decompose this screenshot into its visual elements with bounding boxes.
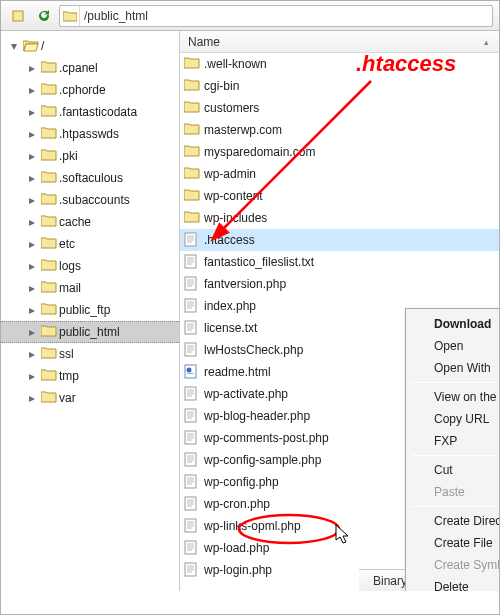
file-row[interactable]: customers	[180, 97, 499, 119]
tree-item-label: var	[59, 391, 76, 405]
tree-item-label: .htpasswds	[59, 127, 119, 141]
folder-icon	[41, 126, 57, 142]
column-header-name[interactable]: Name ▴	[180, 31, 499, 53]
expand-icon[interactable]: ▸	[25, 238, 39, 250]
file-row[interactable]: .well-known	[180, 53, 499, 75]
tree-item-label: etc	[59, 237, 75, 251]
expand-icon[interactable]: ▸	[25, 194, 39, 206]
file-name: fantastico_fileslist.txt	[204, 255, 314, 269]
tree-item[interactable]: ▸public_html	[1, 321, 179, 343]
folder-icon	[41, 302, 57, 318]
tree-root[interactable]: ▾ /	[1, 35, 179, 57]
menu-item[interactable]: Copy URL	[408, 408, 499, 430]
expand-icon[interactable]: ▸	[25, 216, 39, 228]
column-header-label: Name	[188, 35, 220, 49]
expand-icon[interactable]: ▸	[25, 150, 39, 162]
expand-icon[interactable]: ▸	[25, 128, 39, 140]
tree-item-label: public_ftp	[59, 303, 110, 317]
tree-item[interactable]: ▸.htpasswds	[1, 123, 179, 145]
tree-item[interactable]: ▸.softaculous	[1, 167, 179, 189]
menu-item[interactable]: Open With	[408, 357, 499, 379]
menu-item[interactable]: Create DirectoryCtrl+D	[408, 510, 499, 532]
tree-item-label: .subaccounts	[59, 193, 130, 207]
file-row[interactable]: wp-content	[180, 185, 499, 207]
menu-item-label: Download	[434, 317, 491, 331]
menu-item[interactable]: OpenCtrl+O	[408, 335, 499, 357]
expand-icon[interactable]: ▸	[25, 326, 39, 338]
expand-icon[interactable]: ▸	[25, 370, 39, 382]
collapse-icon[interactable]: ▾	[7, 40, 21, 52]
folder-icon	[41, 148, 57, 164]
folder-icon	[60, 6, 80, 26]
tree-item[interactable]: ▸.cpanel	[1, 57, 179, 79]
sort-asc-icon: ▴	[484, 37, 489, 47]
file-row[interactable]: fantastico_fileslist.txt	[180, 251, 499, 273]
tree-item[interactable]: ▸.pki	[1, 145, 179, 167]
file-name: index.php	[204, 299, 256, 313]
tree-item[interactable]: ▸public_ftp	[1, 299, 179, 321]
tree-item[interactable]: ▸.subaccounts	[1, 189, 179, 211]
tree-item[interactable]: ▸var	[1, 387, 179, 409]
expand-icon[interactable]: ▸	[25, 392, 39, 404]
tree-item-label: public_html	[59, 325, 120, 339]
tree-item-label: mail	[59, 281, 81, 295]
expand-icon[interactable]: ▸	[25, 282, 39, 294]
file-row[interactable]: .htaccess	[180, 229, 499, 251]
tree-item-label: .cpanel	[59, 61, 98, 75]
svg-rect-0	[13, 11, 23, 21]
file-icon	[184, 298, 200, 314]
file-icon	[184, 254, 200, 270]
tree-item[interactable]: ▸etc	[1, 233, 179, 255]
tree-item[interactable]: ▸cache	[1, 211, 179, 233]
file-row[interactable]: masterwp.com	[180, 119, 499, 141]
file-name: wp-comments-post.php	[204, 431, 329, 445]
folder-icon	[41, 104, 57, 120]
tree-item[interactable]: ▸.fantasticodata	[1, 101, 179, 123]
tree-item[interactable]: ▸logs	[1, 255, 179, 277]
html-file-icon	[184, 364, 200, 380]
menu-item-label: Create Symlink	[434, 558, 499, 572]
file-row[interactable]: mysparedomain.com	[180, 141, 499, 163]
file-name: readme.html	[204, 365, 271, 379]
menu-item[interactable]: Create FileCtrl+N	[408, 532, 499, 554]
file-name: wp-cron.php	[204, 497, 270, 511]
tree-item[interactable]: ▸ssl	[1, 343, 179, 365]
menu-item[interactable]: Download	[408, 313, 499, 335]
expand-icon[interactable]: ▸	[25, 260, 39, 272]
expand-icon[interactable]: ▸	[25, 348, 39, 360]
file-name: wp-includes	[204, 211, 267, 225]
menu-item[interactable]: FXP	[408, 430, 499, 452]
folder-tree[interactable]: ▾ / ▸.cpanel▸.cphorde▸.fantasticodata▸.h…	[1, 31, 180, 591]
menu-separator	[412, 455, 499, 456]
menu-item-label: View on the Web	[434, 390, 499, 404]
refresh-button[interactable]	[33, 5, 55, 27]
folder-icon	[41, 280, 57, 296]
expand-icon[interactable]: ▸	[25, 84, 39, 96]
menu-item[interactable]: CutCtrl+X	[408, 459, 499, 481]
file-row[interactable]: cgi-bin	[180, 75, 499, 97]
tree-item[interactable]: ▸tmp	[1, 365, 179, 387]
file-icon	[184, 408, 200, 424]
menu-item[interactable]: DeleteDel	[408, 576, 499, 591]
file-row[interactable]: fantversion.php	[180, 273, 499, 295]
tree-item[interactable]: ▸mail	[1, 277, 179, 299]
folder-icon	[41, 368, 57, 384]
folder-icon	[41, 82, 57, 98]
folder-icon	[41, 192, 57, 208]
folder-icon	[41, 170, 57, 186]
file-icon	[184, 320, 200, 336]
expand-icon[interactable]: ▸	[25, 304, 39, 316]
menu-item[interactable]: View on the Web	[408, 386, 499, 408]
path-field[interactable]: /public_html	[59, 5, 493, 27]
menu-item-label: Create File	[434, 536, 493, 550]
expand-icon[interactable]: ▸	[25, 106, 39, 118]
file-row[interactable]: wp-admin	[180, 163, 499, 185]
toolbar-button-1[interactable]	[7, 5, 29, 27]
folder-icon	[41, 324, 57, 340]
tree-item[interactable]: ▸.cphorde	[1, 79, 179, 101]
file-icon	[184, 474, 200, 490]
expand-icon[interactable]: ▸	[25, 62, 39, 74]
file-name: mysparedomain.com	[204, 145, 315, 159]
expand-icon[interactable]: ▸	[25, 172, 39, 184]
file-row[interactable]: wp-includes	[180, 207, 499, 229]
